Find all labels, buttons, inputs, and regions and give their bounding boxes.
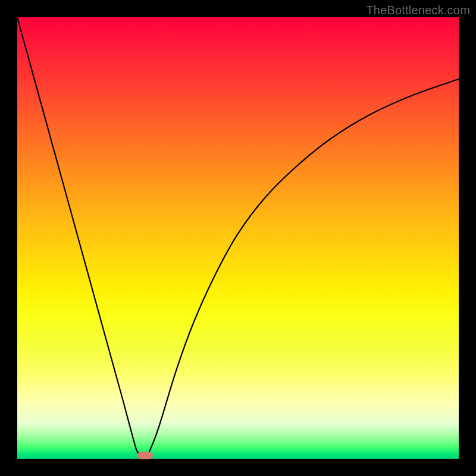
- bottleneck-curve: [17, 17, 459, 459]
- watermark-text: TheBottleneck.com: [366, 4, 470, 17]
- chart-container: TheBottleneck.com: [0, 0, 476, 476]
- plot-area: [17, 17, 459, 459]
- optimal-marker: [137, 452, 153, 459]
